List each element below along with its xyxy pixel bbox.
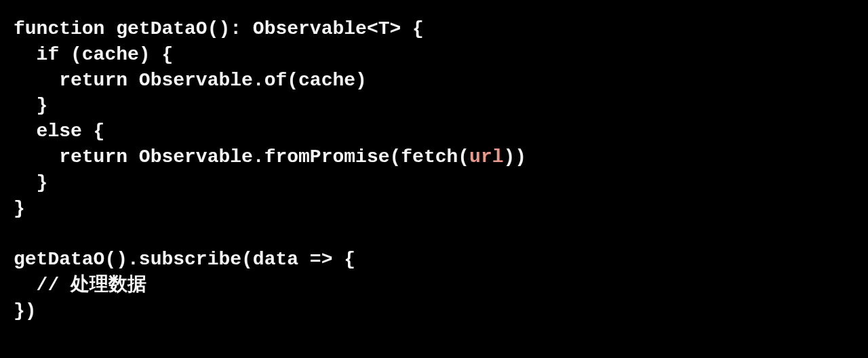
code-line: if (cache) { bbox=[14, 44, 173, 65]
code-line: return Observable.fromPromise(fetch(url)… bbox=[14, 146, 526, 167]
highlighted-token: url bbox=[469, 146, 503, 167]
code-line: else { bbox=[14, 121, 104, 142]
code-line: getDataO().subscribe(data => { bbox=[14, 249, 355, 270]
code-line: return Observable.of(cache) bbox=[14, 70, 367, 91]
code-line: } bbox=[14, 172, 47, 193]
code-line: } bbox=[14, 95, 47, 116]
code-line: function getDataO(): Observable<T> { bbox=[14, 18, 424, 39]
code-line: }) bbox=[14, 300, 37, 321]
code-line: // 处理数据 bbox=[14, 275, 146, 296]
code-block: function getDataO(): Observable<T> { if … bbox=[14, 16, 854, 324]
code-line: } bbox=[14, 198, 25, 219]
